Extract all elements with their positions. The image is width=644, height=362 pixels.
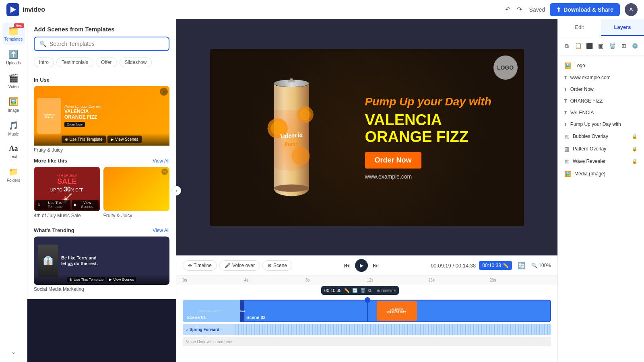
filter-chip-testimonials[interactable]: Testimonials [56,58,93,67]
popup-edit-icon[interactable]: ✏️ [344,288,350,293]
popup-delete-icon[interactable]: 🗑️ [360,288,366,293]
skip-forward-button[interactable]: ⏭ [371,260,381,271]
timeline-label: Timeline [194,263,212,268]
search-box: 🔍 [34,37,169,51]
redo-button[interactable]: ↷ [514,3,524,16]
trending-view-all[interactable]: View All [153,228,169,233]
folders-icon: 📁 [8,167,19,177]
card1-overlay-buttons: ⊕ Use This Template ▶ View Scenes [34,198,100,211]
view-scenes-label: View Scenes [115,137,138,142]
panel-collapse-button[interactable]: ‹ [171,186,181,195]
card1-use-template[interactable]: ⊕ Use This Template [35,200,70,210]
sidebar-item-label: Text [10,154,17,159]
in-use-template-card[interactable]: ValenciaPump Pump Up your Day with VALEN… [34,86,169,153]
view-scenes-button[interactable]: ▶ View Scenes [107,136,142,143]
filter-chip-offer[interactable]: Offer [96,58,117,67]
undo-button[interactable]: ↶ [503,3,513,16]
scene-button[interactable]: ⊕ Scene [262,260,292,271]
layer-pattern[interactable]: ▨ Pattern Overlay 🔒 [559,143,642,155]
layer-wave[interactable]: ▨ Wave Revealer 🔒 [559,155,642,167]
text-layer-icon: T [564,75,567,80]
trending-use-icon: ⊕ [69,278,72,282]
fruity-card-2[interactable]: ⋯ Fruity & Juicy [103,167,170,218]
svg-point-9 [291,146,310,165]
trending-use-template[interactable]: ⊕ Use This Template [67,277,105,282]
rp-align-right-icon[interactable]: ▣ [595,40,607,51]
rp-align-left-icon[interactable]: ⬛ [584,40,595,51]
card1-view-icon: ▶ [74,203,77,207]
layer-orange-fizz[interactable]: T ORANGE FIZZ [559,95,642,107]
scene1-label: Scene 01 [187,315,206,320]
canvas-content: Valencia Pump Pump Up your Day with VALE… [210,49,524,226]
layer-bubbles[interactable]: ▨ Bubbles Overlay 🔒 [559,130,642,142]
pencil-icon: ✏️ [503,263,509,268]
audio-name: Spring Forward [190,327,219,332]
popup-refresh-icon[interactable]: 🔄 [352,288,358,293]
tab-layers[interactable]: Layers [601,19,644,36]
sidebar-item-music[interactable]: 🎵 Music [2,117,25,140]
scene2-block[interactable]: VALENCIAORANGE FIZZ Scene 02 [242,300,551,322]
topnav: invideo ↶ ↷ Saved ⬆ Download & Share A [0,0,644,19]
july-sale-card[interactable]: 4TH OF JULY SALE UP TO 30% OFF 🎸 ⊕ Use T… [34,167,100,218]
sidebar-item-image[interactable]: 🖼️ Image [2,94,25,116]
layer-bubbles-name: Bubbles Overlay [573,134,629,139]
lock-icon-3: 🔒 [632,159,638,164]
sidebar-item-video[interactable]: 🎬 Video [2,70,25,92]
layer-media[interactable]: 🖼️ Media (Image) [559,168,642,180]
voiceover-button[interactable]: 🎤 Voice over [219,260,260,271]
time-input-display[interactable]: 00:10:38 ✏️ [479,261,512,270]
tab-edit[interactable]: Edit [558,19,601,36]
use-template-icon: ⊕ [65,137,68,142]
sidebar-item-folders[interactable]: 📁 Folders [2,164,25,186]
rp-grid-icon[interactable]: ⊞ [618,40,630,51]
new-badge: New [14,23,24,28]
canvas-wrapper: Valencia Pump Pump Up your Day with VALE… [176,19,557,255]
right-panel-tabs: Edit Layers [558,19,644,36]
app-name: invideo [23,6,45,13]
rp-delete-icon[interactable]: 🗑️ [607,40,618,51]
rp-settings-icon[interactable]: ⚙️ [630,40,641,51]
more-view-all[interactable]: View All [153,158,169,164]
playhead[interactable] [367,300,368,322]
play-button[interactable]: ▶ [355,259,368,272]
download-share-button[interactable]: ⬆ Download & Share [550,3,620,16]
text-layer-icon-4: T [564,110,567,115]
rp-paste-icon[interactable]: 📋 [572,40,584,51]
zoom-level: 🔍 100% [531,263,551,268]
layer-logo[interactable]: 🖼️ Logo [559,60,642,72]
trending-card[interactable]: 👔 Be like Terry andlet us do the rest. ⊕… [34,237,169,292]
image-layer-icon: 🖼️ [564,171,571,177]
sidebar-item-templates[interactable]: New 🗂️ Templates [2,23,25,45]
trending-card-name: Social Media Marketing [34,286,169,292]
trending-view-scenes[interactable]: ▶ View Scenes [107,277,136,282]
invideo-logo-icon [6,3,19,16]
card1-view-scenes[interactable]: ▶ View Scenes [72,200,99,210]
filter-chip-intro[interactable]: Intro [34,58,54,67]
search-input[interactable] [50,41,164,47]
layer-media-name: Media (Image) [574,171,638,177]
user-avatar[interactable]: A [625,3,638,16]
use-template-button[interactable]: ⊕ Use This Template [62,136,105,143]
layer-valencia[interactable]: T VALENCIA [559,107,642,118]
time-separator: / [452,263,455,269]
view-scenes-icon: ▶ [111,137,114,142]
scene1-block[interactable]: VALENCIA PUM... Scene 01 [183,300,241,322]
refresh-button[interactable]: 🔄 [515,259,528,272]
sidebar-item-text[interactable]: Aa Text [2,141,25,162]
layer-url[interactable]: T www.example.com [559,72,642,83]
sidebar-item-label: Uploads [6,61,21,65]
canvas-order-button[interactable]: Order Now [365,152,421,169]
text-layer-icon-3: T [564,99,567,103]
sidebar-chevron[interactable]: ⌄ [8,345,19,359]
popup-timeline-button[interactable]: ⊕ Timeline [377,288,396,293]
timeline-popup: 00:10:38 ✏️ 🔄 🗑️ ⧉ ⊕ Timeline [321,286,399,295]
skip-back-button[interactable]: ⏮ [342,260,352,271]
filter-chip-slideshow[interactable]: Slideshow [120,58,152,67]
rp-copy-icon[interactable]: ⧉ [561,40,572,51]
layer-order[interactable]: T Order Now [559,84,642,95]
image-icon: 🖼️ [8,97,19,107]
sidebar-item-uploads[interactable]: ⬆️ Uploads [2,46,25,68]
layer-pump[interactable]: T Pump Up your Day with [559,119,642,130]
timeline-button[interactable]: ⊕ Timeline [183,260,217,271]
popup-copy-icon[interactable]: ⧉ [368,288,372,293]
